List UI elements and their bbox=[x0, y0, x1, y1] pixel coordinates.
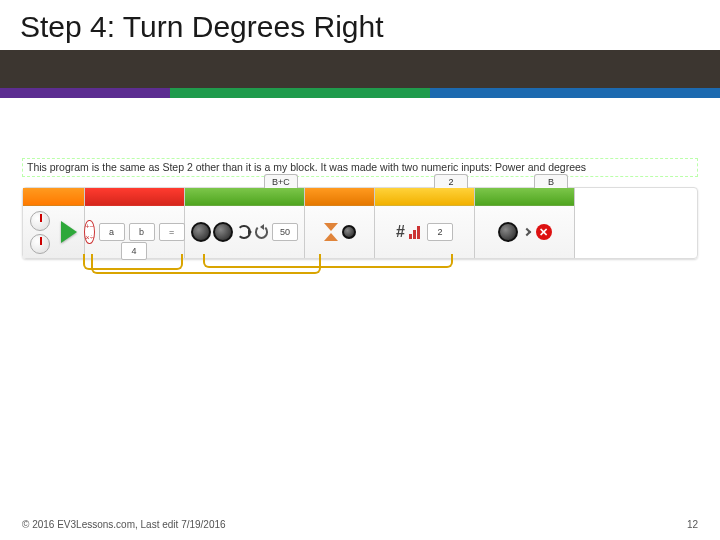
compare-icon bbox=[409, 225, 423, 239]
rotation-mode-icon bbox=[255, 225, 269, 239]
input-dial-icon bbox=[30, 234, 50, 254]
stop-icon: ✕ bbox=[536, 224, 552, 240]
move-tank-header bbox=[185, 188, 304, 206]
slide-body: This program is the same as Step 2 other… bbox=[0, 98, 720, 259]
start-block bbox=[23, 188, 85, 258]
rotation-sensor-header bbox=[375, 188, 474, 206]
wait-block-header bbox=[305, 188, 374, 206]
wheel-icon bbox=[213, 222, 233, 242]
accent-purple bbox=[0, 88, 170, 98]
slide-footer: © 2016 EV3Lessons.com, Last edit 7/19/20… bbox=[0, 519, 720, 530]
ev3-program: +−×÷ a b = 4 B+C 50 bbox=[22, 187, 698, 259]
math-operations-icon: +−×÷ bbox=[84, 220, 94, 244]
wheel-icon bbox=[498, 222, 518, 242]
count-icon: # bbox=[396, 223, 405, 241]
math-block-header bbox=[85, 188, 184, 206]
motor-stop-block: B ✕ bbox=[475, 188, 575, 258]
move-tank-block: B+C 50 bbox=[185, 188, 305, 258]
steering-value[interactable]: 50 bbox=[272, 223, 298, 241]
accent-green bbox=[170, 88, 430, 98]
accent-blue bbox=[430, 88, 720, 98]
math-equals: = bbox=[159, 223, 185, 241]
math-block: +−×÷ a b = 4 bbox=[85, 188, 185, 258]
math-result[interactable]: 4 bbox=[121, 242, 147, 260]
wheel-icon bbox=[191, 222, 211, 242]
math-input-b[interactable]: b bbox=[129, 223, 155, 241]
wheel-icon bbox=[342, 225, 356, 239]
chevron-right-icon bbox=[522, 227, 532, 237]
page-number: 12 bbox=[687, 519, 698, 530]
play-icon bbox=[61, 221, 77, 243]
rotation-sensor-block: 2 # 2 bbox=[375, 188, 475, 258]
description-text: This program is the same as Step 2 other… bbox=[27, 161, 586, 173]
slide-header: Step 4: Turn Degrees Right bbox=[0, 0, 720, 50]
wait-block bbox=[305, 188, 375, 258]
port-selector[interactable]: B+C bbox=[264, 174, 298, 188]
input-dial-icon bbox=[30, 211, 50, 231]
start-block-header bbox=[23, 188, 84, 206]
header-dark-strip bbox=[0, 50, 720, 88]
footer-copyright: © 2016 EV3Lessons.com, Last edit 7/19/20… bbox=[22, 519, 226, 530]
math-input-a[interactable]: a bbox=[99, 223, 125, 241]
turn-arrow-icon bbox=[237, 225, 251, 239]
port-selector[interactable]: B bbox=[534, 174, 568, 188]
port-selector[interactable]: 2 bbox=[434, 174, 468, 188]
slide: Step 4: Turn Degrees Right This program … bbox=[0, 0, 720, 540]
motor-stop-header bbox=[475, 188, 574, 206]
hourglass-icon bbox=[324, 223, 338, 241]
slide-title: Step 4: Turn Degrees Right bbox=[0, 6, 720, 50]
description-textbox: This program is the same as Step 2 other… bbox=[22, 158, 698, 177]
sensor-threshold[interactable]: 2 bbox=[427, 223, 453, 241]
accent-strip bbox=[0, 88, 720, 98]
